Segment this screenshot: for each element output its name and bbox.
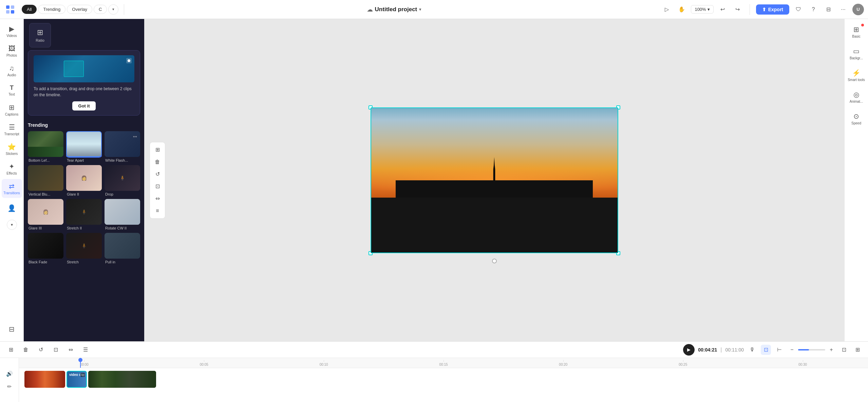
timeline-main[interactable]: 00:00 00:05 00:10 00:15 00:20 00:25 00:3… — [19, 358, 868, 402]
video-clip-2[interactable]: video cl p 0 — [67, 371, 87, 388]
edit-btn[interactable]: ✏ — [5, 382, 14, 391]
basic-badge — [861, 24, 864, 26]
zoom-minus-btn[interactable]: − — [788, 346, 796, 354]
transition-item-glare3[interactable]: 👩 Glare III — [28, 199, 63, 230]
align-tool[interactable]: ⊞ — [152, 144, 163, 155]
redo-btn[interactable]: ↪ — [732, 4, 743, 15]
layers-btn[interactable]: ⊟ — [823, 4, 834, 15]
timeline-playhead[interactable] — [80, 358, 81, 368]
transition-item-tear-apart[interactable]: Tear Apart — [66, 131, 102, 162]
filter-dropdown[interactable]: ▾ — [108, 4, 118, 15]
hand-tool-btn[interactable]: ✋ — [676, 4, 687, 15]
loop-tool[interactable]: ↺ — [152, 169, 163, 180]
transition-item-bottom-left[interactable]: Bottom Lef... — [28, 131, 63, 162]
more-timeline-btn[interactable]: ☰ — [80, 344, 91, 355]
volume-btn[interactable]: 🔊 — [5, 369, 14, 378]
sidebar-item-stickers[interactable]: ⭐ Stickers — [2, 140, 22, 159]
filter-c[interactable]: C — [94, 5, 107, 14]
transition-item-stretch[interactable]: 🧍 Stretch — [66, 233, 102, 264]
timeline-controls: 🔊 ✏ — [0, 358, 19, 402]
fullscreen-btn[interactable]: ⊡ — [839, 345, 849, 355]
delete-timeline-btn[interactable]: 🗑 — [20, 344, 31, 355]
sidebar-chevron-down[interactable]: ▾ — [7, 220, 17, 230]
transition-item-drop[interactable]: 🧍 Drop — [105, 165, 140, 196]
transition-item-white-flash[interactable]: 👓 White Flash... — [105, 131, 140, 162]
sidebar-item-effects[interactable]: ✦ Effects — [2, 159, 22, 178]
crop-timeline-btn[interactable]: ⊡ — [50, 344, 61, 355]
filter-overlay[interactable]: Overlay — [67, 5, 92, 14]
zoom-plus-btn[interactable]: + — [827, 346, 835, 354]
timeline-toolbar: ⊞ 🗑 ↺ ⊡ ⇔ ☰ ▶ 00:04:21 | 00:11:00 🎙 ⊡ ⊢ … — [0, 342, 868, 358]
transition-item-rotate-cw[interactable]: Rotate CW II — [105, 199, 140, 230]
sidebar-item-photos[interactable]: 🖼 Photos — [2, 41, 22, 60]
transition-item-black-fade[interactable]: Black Fade — [28, 233, 63, 264]
zoom-slider[interactable] — [798, 349, 825, 350]
right-sidebar-item-background[interactable]: ▭ Backgr... — [846, 43, 867, 64]
transcript-icon: ☰ — [9, 123, 15, 131]
video-track-row: video cl p 0 — [24, 371, 863, 388]
project-title[interactable]: Untitled project — [375, 6, 417, 13]
right-sidebar-item-speed[interactable]: ⊙ Speed — [846, 108, 867, 129]
transition-item-vertical-blur[interactable]: Vertical Blu... — [28, 165, 63, 196]
avatar[interactable]: U — [852, 4, 864, 15]
transition-item-pull-in[interactable]: Pull in — [105, 233, 140, 264]
transition-thumb-black-fade — [28, 233, 63, 259]
loop-timeline-btn[interactable]: ↺ — [35, 344, 46, 355]
video-clip-1[interactable] — [24, 371, 65, 388]
ruler-mark-5: 00:25 — [623, 363, 743, 366]
sidebar-item-transcript[interactable]: ☰ Transcript — [2, 120, 22, 139]
split-btn[interactable]: ⊢ — [774, 345, 785, 355]
right-sidebar-item-animate[interactable]: ◎ Animat... — [846, 87, 867, 107]
transition-label-black-fade: Black Fade — [28, 260, 63, 264]
trending-title: Trending — [28, 122, 140, 128]
export-button[interactable]: ⬆ Export — [756, 4, 789, 15]
video-clip-3[interactable] — [88, 371, 156, 388]
sidebar-item-transitions[interactable]: ⇄ Transitions — [2, 179, 22, 198]
sidebar-item-audio[interactable]: ♫ Audio — [2, 61, 22, 80]
more-tool[interactable]: ≡ — [152, 205, 163, 216]
right-sidebar-basic-label: Basic — [852, 35, 860, 38]
sidebar-item-captions[interactable]: ⊞ Captions — [2, 100, 22, 119]
ruler-mark-6: 00:30 — [743, 363, 863, 366]
filter-trending[interactable]: Trending — [38, 5, 65, 14]
caption-auto-btn[interactable]: ⊡ — [761, 345, 771, 355]
right-sidebar-item-basic[interactable]: ⊞ Basic — [846, 22, 867, 42]
export-label: Export — [768, 7, 783, 12]
play-button[interactable]: ▶ — [683, 344, 695, 356]
sidebar-item-videos[interactable]: ▶ Videos — [2, 22, 22, 41]
flip-tool[interactable]: ⇔ — [152, 193, 163, 204]
right-sidebar-item-smart-tools[interactable]: ⚡ Smart tools — [846, 65, 867, 85]
flip-timeline-btn[interactable]: ⇔ — [65, 344, 76, 355]
align-timeline-btn[interactable]: ⊞ — [5, 344, 16, 355]
sidebar-item-grid[interactable]: ⊟ — [2, 320, 22, 339]
got-it-button[interactable]: Got it — [72, 101, 96, 110]
transition-thumb-glare3: 👩 — [28, 199, 63, 225]
crop-tool[interactable]: ⊡ — [152, 181, 163, 192]
transition-label-glare2: Glare II — [66, 192, 102, 196]
delete-tool[interactable]: 🗑 — [152, 157, 163, 167]
playback-total: 00:11:00 — [725, 347, 744, 353]
ratio-button[interactable]: ⊞ Ratio — [29, 23, 51, 47]
handle-rotate[interactable] — [492, 259, 497, 263]
canvas-tools-bar: ⊞ 🗑 ↺ ⊡ ⇔ ≡ — [150, 142, 165, 219]
transition-thumb-white-flash: 👓 — [105, 131, 140, 157]
pip-btn[interactable]: ⊞ — [852, 345, 863, 355]
help-btn[interactable]: ? — [808, 4, 819, 15]
undo-btn[interactable]: ↩ — [717, 4, 729, 15]
filter-all[interactable]: All — [22, 5, 37, 14]
shield-btn[interactable]: 🛡 — [793, 4, 804, 15]
microphone-btn[interactable]: 🎙 — [747, 345, 757, 355]
transition-item-glare2[interactable]: 👩 Glare II — [66, 165, 102, 196]
zoom-indicator[interactable]: 100% ▾ — [691, 5, 713, 14]
transition-item-stretch2[interactable]: 🧍 Stretch II — [66, 199, 102, 230]
select-tool-btn[interactable]: ▷ — [661, 4, 673, 15]
transition-thumb-stretch2: 🧍 — [66, 199, 102, 225]
sidebar-item-more[interactable]: 👤 — [2, 199, 22, 218]
sidebar-item-text[interactable]: T Text — [2, 81, 22, 100]
more-btn[interactable]: ··· — [837, 4, 849, 15]
logo[interactable] — [4, 3, 16, 16]
transition-thumb-pull-in — [105, 233, 140, 259]
project-title-area: ☁ Untitled project ▾ — [130, 6, 658, 13]
project-dropdown-arrow[interactable]: ▾ — [419, 7, 421, 12]
right-sidebar: ⊞ Basic ▭ Backgr... ⚡ Smart tools ◎ Anim… — [844, 19, 868, 341]
